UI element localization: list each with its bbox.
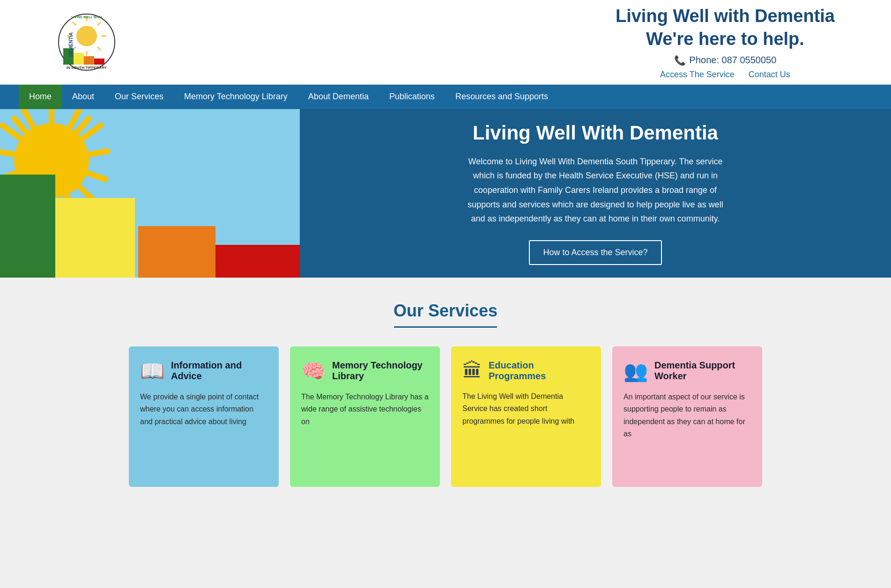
hero-text: Welcome to Living Well With Dementia Sou… — [460, 154, 731, 226]
services-heading-area: Our Services — [37, 301, 854, 328]
card-header-info: 📖 Information and Advice — [140, 360, 267, 382]
card-memory-technology: 🧠 Memory Technology Library The Memory T… — [290, 346, 440, 487]
header-links: Access The Service Contact Us — [616, 70, 835, 80]
info-icon: 📖 — [140, 360, 164, 382]
block-orange — [138, 226, 215, 278]
card-support-worker: 👥 Dementia Support Worker An important a… — [612, 346, 762, 487]
hero-heading: Living Well With Dementia — [473, 122, 718, 144]
card-body-edu: The Living Well with Dementia Service ha… — [462, 390, 590, 427]
title-line2: We're here to help. — [616, 28, 835, 51]
svg-text:DEMENTIA: DEMENTIA — [68, 32, 74, 57]
support-icon: 👥 — [624, 360, 648, 382]
card-title-info: Information and Advice — [171, 360, 267, 382]
svg-text:IN SOUTH TIPPERARY: IN SOUTH TIPPERARY — [67, 66, 107, 70]
access-service-button[interactable]: How to Access the Service? — [529, 240, 661, 265]
site-header: IN SOUTH TIPPERARY LIVING WELL WITH DEME… — [0, 0, 891, 85]
nav-item-our-services[interactable]: Our Services — [104, 85, 174, 109]
phone-number: 📞 Phone: 087 0550050 — [616, 55, 835, 66]
svg-text:LIVING WELL WITH: LIVING WELL WITH — [72, 15, 102, 19]
site-title: Living Well with Dementia We're here to … — [616, 5, 835, 51]
phone-icon: 📞 — [674, 55, 686, 66]
nav-item-resources[interactable]: Resources and Supports — [445, 85, 558, 109]
block-red — [215, 245, 300, 278]
logo-area: IN SOUTH TIPPERARY LIVING WELL WITH DEME… — [56, 12, 117, 73]
block-yellow — [55, 198, 135, 278]
services-heading: Our Services — [37, 301, 854, 321]
nav-item-about-dementia[interactable]: About Dementia — [298, 85, 379, 109]
nav-item-about[interactable]: About — [62, 85, 104, 109]
services-cards: 📖 Information and Advice We provide a si… — [37, 346, 854, 487]
access-service-link[interactable]: Access The Service — [660, 70, 735, 80]
hero-section: Living Well With Dementia Welcome to Liv… — [0, 109, 891, 278]
services-section: Our Services 📖 Information and Advice We… — [0, 278, 891, 501]
education-icon: 🏛 — [462, 360, 482, 382]
card-title-support: Dementia Support Worker — [654, 360, 751, 382]
header-tagline: Living Well with Dementia We're here to … — [616, 5, 835, 80]
contact-us-link[interactable]: Contact Us — [749, 70, 790, 80]
card-title-memory: Memory Technology Library — [332, 360, 429, 382]
svg-point-1 — [76, 26, 97, 46]
nav-item-home[interactable]: Home — [19, 85, 62, 109]
card-body-support: An important aspect of our service is su… — [624, 391, 751, 441]
card-information-advice: 📖 Information and Advice We provide a si… — [129, 346, 279, 487]
phone-label: Phone: 087 0550050 — [690, 55, 777, 66]
card-header-memory: 🧠 Memory Technology Library — [301, 360, 429, 382]
memory-icon: 🧠 — [301, 360, 326, 382]
site-logo: IN SOUTH TIPPERARY LIVING WELL WITH DEME… — [56, 12, 117, 73]
card-education: 🏛 Education Programmes The Living Well w… — [451, 346, 601, 487]
card-title-edu: Education Programmes — [489, 360, 590, 382]
main-nav: Home About Our Services Memory Technolog… — [0, 85, 891, 109]
svg-rect-11 — [74, 53, 84, 65]
services-underline — [394, 326, 497, 328]
title-line1: Living Well with Dementia — [616, 5, 835, 28]
svg-rect-12 — [84, 56, 94, 65]
nav-item-publications[interactable]: Publications — [379, 85, 445, 109]
nav-item-memory-technology[interactable]: Memory Technology Library — [174, 85, 298, 109]
svg-rect-13 — [94, 59, 104, 65]
hero-illustration — [0, 109, 300, 278]
hero-content: Living Well With Dementia Welcome to Liv… — [300, 109, 891, 278]
card-body-memory: The Memory Technology Library has a wide… — [301, 391, 429, 428]
card-body-info: We provide a single point of contact whe… — [140, 391, 267, 428]
card-header-support: 👥 Dementia Support Worker — [624, 360, 751, 382]
card-header-edu: 🏛 Education Programmes — [462, 360, 590, 382]
block-green — [0, 175, 55, 278]
